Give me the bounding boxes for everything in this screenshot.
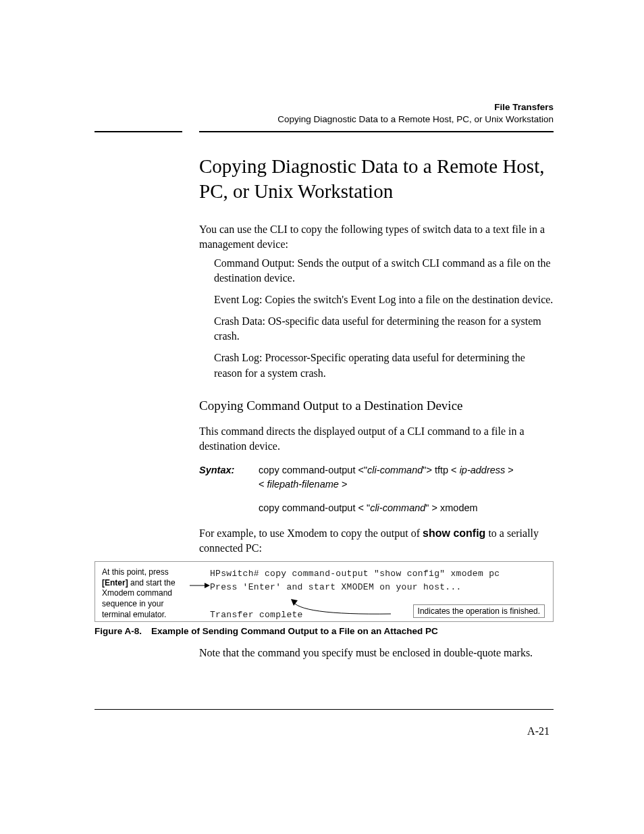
subsection-heading: Copying Command Output to a Destination … <box>199 397 554 415</box>
intro-paragraph: You can use the CLI to copy the followin… <box>199 222 554 252</box>
syntax-block: Syntax: copy command-output <"cli-comman… <box>199 463 554 515</box>
arrow-right-icon <box>190 582 210 589</box>
list-item: Event Log: Copies the switch's Event Log… <box>214 292 554 307</box>
list-item: Crash Data: OS-specific data useful for … <box>214 314 554 344</box>
page-number: A-21 <box>527 725 549 737</box>
list-item: Command Output: Sends the output of a sw… <box>214 256 554 286</box>
bullet-list: Command Output: Sends the output of a sw… <box>199 256 554 381</box>
running-header: File Transfers Copying Diagnostic Data t… <box>95 101 554 126</box>
running-header-title: File Transfers <box>95 101 554 113</box>
running-header-subtitle: Copying Diagnostic Data to a Remote Host… <box>95 113 554 126</box>
list-item: Crash Log: Processor-Specific operating … <box>214 350 554 380</box>
arrow-curved-icon <box>291 599 392 618</box>
svg-marker-1 <box>205 583 210 588</box>
figure-box: At this point, press [Enter] and start t… <box>95 561 554 622</box>
syntax-body: copy command-output <"cli-command"> tftp… <box>259 463 554 515</box>
figure-caption: Figure A-8.Example of Sending Command Ou… <box>95 626 554 636</box>
header-rules <box>95 131 554 139</box>
example-lead: For example, to use Xmodem to copy the o… <box>199 526 554 556</box>
subsection-intro: This command directs the displayed outpu… <box>199 424 554 454</box>
figure-callout-left: At this point, press [Enter] and start t… <box>102 567 190 620</box>
syntax-label: Syntax: <box>199 463 259 515</box>
figure-callout-right: Indicates the operation is finished. <box>413 604 545 618</box>
footer-rule <box>95 709 554 710</box>
note-paragraph: Note that the command you specify must b… <box>199 646 554 660</box>
section-title: Copying Diagnostic Data to a Remote Host… <box>199 154 554 203</box>
